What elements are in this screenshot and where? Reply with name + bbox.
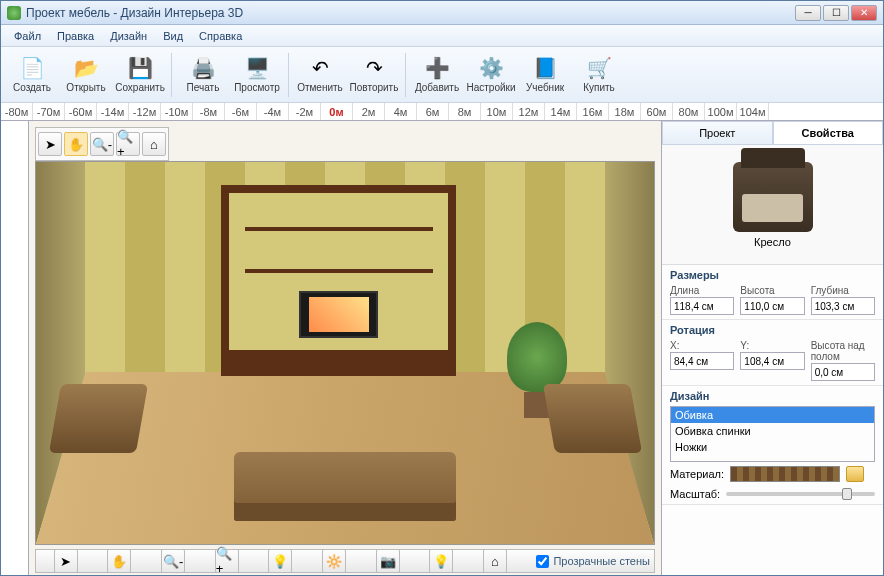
- main-toolbar: 📄Создать 📂Открыть 💾Сохранить 🖨️Печать 🖥️…: [1, 47, 883, 103]
- ruler-tick: -8м: [193, 103, 225, 120]
- dimensions-section: Размеры Длина Высота Глубина: [662, 265, 883, 320]
- zoom-in-b[interactable]: 🔍+: [215, 549, 239, 573]
- close-button[interactable]: ✕: [851, 5, 877, 21]
- light-tool[interactable]: 💡: [268, 549, 292, 573]
- ruler-tick: 16м: [577, 103, 609, 120]
- zoom-out-tool[interactable]: 🔍-: [90, 132, 114, 156]
- length-label: Длина: [670, 285, 734, 296]
- length-input[interactable]: [670, 297, 734, 315]
- open-button[interactable]: 📂Открыть: [61, 51, 111, 99]
- pointer-tool[interactable]: ➤: [38, 132, 62, 156]
- properties-panel: Проект Свойства Кресло Размеры Длина Выс…: [661, 121, 883, 575]
- menu-help[interactable]: Справка: [192, 28, 249, 44]
- titlebar: Проект мебель - Дизайн Интерьера 3D ─ ☐ …: [1, 1, 883, 25]
- ruler-tick: -80м: [1, 103, 33, 120]
- ruler-tick: -60м: [65, 103, 97, 120]
- buy-button[interactable]: 🛒Купить: [574, 51, 624, 99]
- design-title: Дизайн: [670, 390, 875, 402]
- print-icon: 🖨️: [191, 56, 215, 80]
- ruler-tick: -6м: [225, 103, 257, 120]
- scale-slider[interactable]: [726, 492, 875, 496]
- tab-project[interactable]: Проект: [662, 121, 773, 144]
- shelf-frame: [221, 185, 456, 376]
- ruler-tick: 100м: [705, 103, 737, 120]
- window-title: Проект мебель - Дизайн Интерьера 3D: [26, 6, 795, 20]
- ruler-horizontal: -80м-70м-60м-14м-12м-10м-8м-6м-4м-2м0м2м…: [1, 103, 883, 121]
- y-input[interactable]: [740, 352, 804, 370]
- menu-file[interactable]: Файл: [7, 28, 48, 44]
- undo-button[interactable]: ↶Отменить: [295, 51, 345, 99]
- menu-view[interactable]: Вид: [156, 28, 190, 44]
- material-label: Материал:: [670, 468, 724, 480]
- z-input[interactable]: [811, 363, 875, 381]
- settings-button[interactable]: ⚙️Настройки: [466, 51, 516, 99]
- design-item-back[interactable]: Обивка спинки: [671, 423, 874, 439]
- add-icon: ➕: [425, 56, 449, 80]
- add-button[interactable]: ➕Добавить: [412, 51, 462, 99]
- scale-label: Масштаб:: [670, 488, 720, 500]
- rotation-section: Ротация X: Y: Высота над полом: [662, 320, 883, 386]
- viewport-3d[interactable]: [35, 161, 655, 545]
- design-list[interactable]: Обивка Обивка спинки Ножки: [670, 406, 875, 462]
- minimize-button[interactable]: ─: [795, 5, 821, 21]
- zoom-out-b[interactable]: 🔍-: [161, 549, 185, 573]
- height-input[interactable]: [740, 297, 804, 315]
- design-item-legs[interactable]: Ножки: [671, 439, 874, 455]
- pan-tool-b[interactable]: ✋: [107, 549, 131, 573]
- preview-label: Кресло: [754, 236, 791, 248]
- undo-icon: ↶: [308, 56, 332, 80]
- home-tool-b[interactable]: ⌂: [483, 549, 507, 573]
- maximize-button[interactable]: ☐: [823, 5, 849, 21]
- save-button[interactable]: 💾Сохранить: [115, 51, 165, 99]
- furniture-armchair-right[interactable]: [543, 384, 642, 453]
- light2-tool[interactable]: 🔆: [322, 549, 346, 573]
- tab-properties[interactable]: Свойства: [773, 121, 884, 144]
- furniture-sofa[interactable]: [234, 452, 456, 521]
- ruler-tick: 6м: [417, 103, 449, 120]
- menu-design[interactable]: Дизайн: [103, 28, 154, 44]
- transparent-walls-checkbox[interactable]: [536, 555, 549, 568]
- x-input[interactable]: [670, 352, 734, 370]
- dimensions-title: Размеры: [670, 269, 875, 281]
- furniture-armchair-left[interactable]: [48, 384, 147, 453]
- canvas-area[interactable]: ➤ ✋ 🔍- 🔍+ ⌂: [29, 121, 661, 575]
- ruler-vertical: [1, 121, 29, 575]
- app-icon: [7, 6, 21, 20]
- transparent-walls-label: Прозрачные стены: [553, 555, 649, 567]
- ruler-tick: 18м: [609, 103, 641, 120]
- create-button[interactable]: 📄Создать: [7, 51, 57, 99]
- redo-button[interactable]: ↷Повторить: [349, 51, 399, 99]
- transparent-walls-toggle[interactable]: Прозрачные стены: [536, 555, 649, 568]
- x-label: X:: [670, 340, 734, 351]
- depth-input[interactable]: [811, 297, 875, 315]
- new-icon: 📄: [20, 56, 44, 80]
- save-icon: 💾: [128, 56, 152, 80]
- armchair-preview-icon: [733, 162, 813, 232]
- y-label: Y:: [740, 340, 804, 351]
- browse-material-button[interactable]: [846, 466, 864, 482]
- ruler-tick: 0м: [321, 103, 353, 120]
- monitor-icon: 🖥️: [245, 56, 269, 80]
- rotation-title: Ротация: [670, 324, 875, 336]
- home-tool[interactable]: ⌂: [142, 132, 166, 156]
- ruler-tick: 60м: [641, 103, 673, 120]
- bulb-tool[interactable]: 💡: [429, 549, 453, 573]
- menu-edit[interactable]: Правка: [50, 28, 101, 44]
- slider-thumb[interactable]: [842, 488, 852, 500]
- pointer-tool-b[interactable]: ➤: [54, 549, 78, 573]
- view-button[interactable]: 🖥️Просмотр: [232, 51, 282, 99]
- furniture-shelf[interactable]: [221, 185, 456, 376]
- print-button[interactable]: 🖨️Печать: [178, 51, 228, 99]
- camera-tool[interactable]: 📷: [376, 549, 400, 573]
- ruler-tick: 80м: [673, 103, 705, 120]
- ruler-tick: 14м: [545, 103, 577, 120]
- zoom-in-tool[interactable]: 🔍+: [116, 132, 140, 156]
- material-swatch[interactable]: [730, 466, 840, 482]
- design-item-upholstery[interactable]: Обивка: [671, 407, 874, 423]
- tutorial-button[interactable]: 📘Учебник: [520, 51, 570, 99]
- ruler-tick: -2м: [289, 103, 321, 120]
- z-label: Высота над полом: [811, 340, 875, 362]
- redo-icon: ↷: [362, 56, 386, 80]
- pan-tool[interactable]: ✋: [64, 132, 88, 156]
- furniture-tv[interactable]: [299, 291, 378, 338]
